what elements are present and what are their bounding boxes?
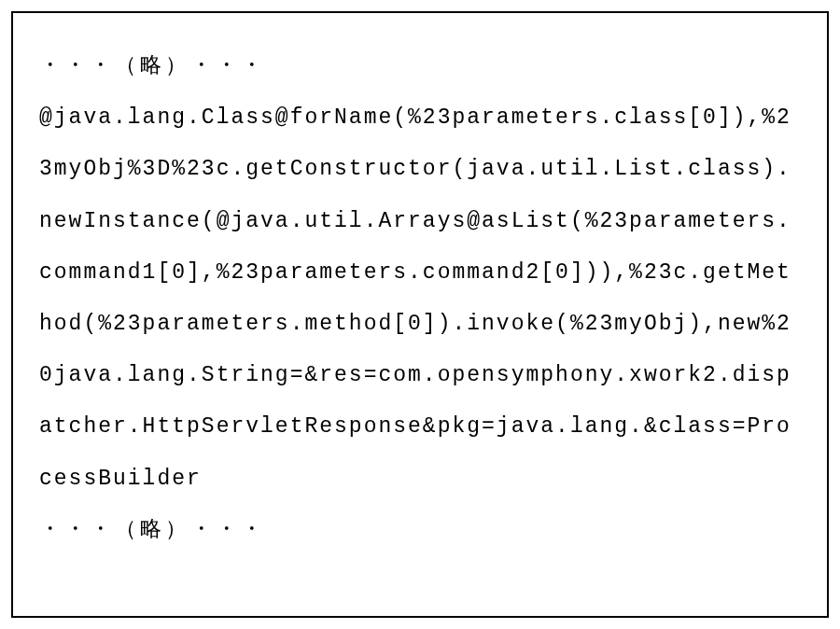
code-block-container: ・・・（略）・・・ @java.lang.Class@forName(%23pa… [11, 11, 829, 618]
omit-before-text: ・・・（略）・・・ [39, 41, 801, 92]
omit-after-text: ・・・（略）・・・ [39, 505, 801, 556]
code-content: @java.lang.Class@forName(%23parameters.c… [39, 92, 801, 505]
